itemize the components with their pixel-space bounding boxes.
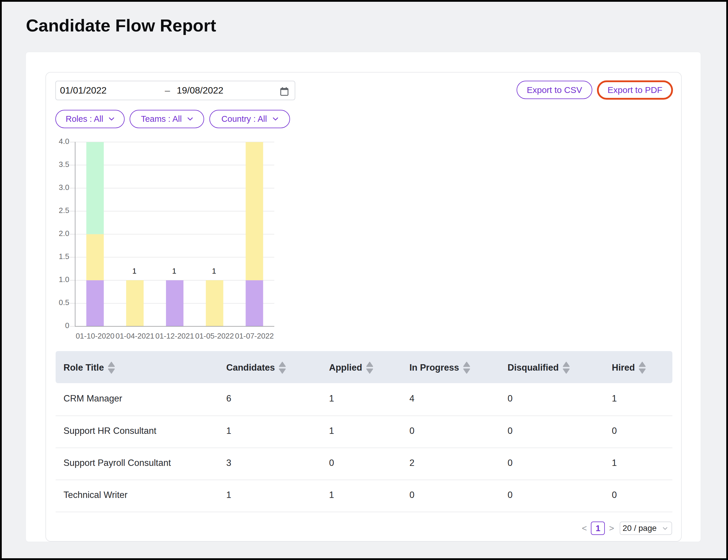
svg-text:2.5: 2.5	[59, 206, 69, 215]
svg-text:0.5: 0.5	[59, 298, 69, 307]
svg-text:1: 1	[132, 267, 136, 275]
svg-text:1: 1	[212, 267, 216, 275]
svg-text:0: 0	[65, 321, 69, 330]
svg-text:01-07-2022: 01-07-2022	[235, 332, 274, 340]
svg-text:3.5: 3.5	[59, 160, 69, 169]
svg-text:2.0: 2.0	[59, 229, 69, 238]
svg-text:1.5: 1.5	[59, 252, 69, 261]
svg-text:4.0: 4.0	[59, 137, 69, 146]
svg-text:1.0: 1.0	[59, 275, 69, 284]
svg-text:1: 1	[172, 267, 176, 275]
svg-text:01-04-2021: 01-04-2021	[116, 332, 154, 340]
svg-text:3.0: 3.0	[59, 183, 69, 192]
svg-text:01-05-2022: 01-05-2022	[195, 332, 234, 340]
svg-text:01-10-2020: 01-10-2020	[76, 332, 114, 340]
svg-text:01-12-2021: 01-12-2021	[156, 332, 194, 340]
